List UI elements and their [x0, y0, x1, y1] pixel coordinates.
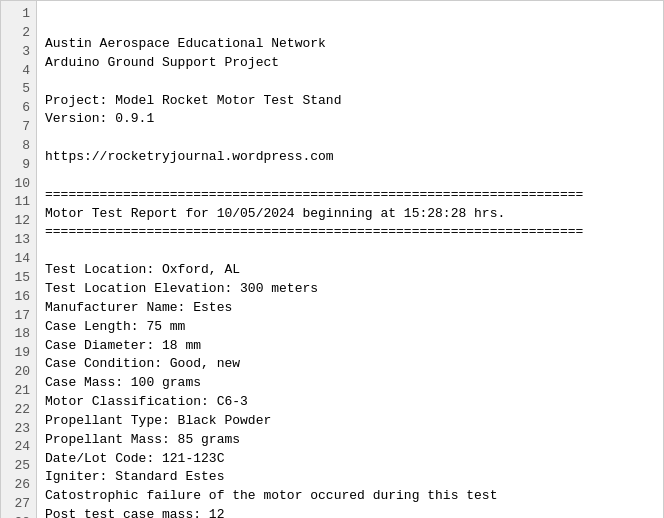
content-line-18: Case Condition: Good, new [45, 355, 663, 374]
content-line-19: Case Mass: 100 grams [45, 374, 663, 393]
content-line-21: Propellant Type: Black Powder [45, 412, 663, 431]
content-line-6 [45, 129, 663, 148]
line-number-3: 3 [1, 43, 36, 62]
content-line-26: Post test case mass: 12 [45, 506, 663, 518]
line-number-19: 19 [1, 344, 36, 363]
content-area[interactable]: Austin Aerospace Educational NetworkArdu… [37, 1, 663, 518]
content-line-12 [45, 242, 663, 261]
content-line-9: ========================================… [45, 186, 663, 205]
content-line-7: https://rocketryjournal.wordpress.com [45, 148, 663, 167]
line-number-11: 11 [1, 193, 36, 212]
line-number-25: 25 [1, 457, 36, 476]
line-number-17: 17 [1, 307, 36, 326]
line-number-16: 16 [1, 288, 36, 307]
line-number-15: 15 [1, 269, 36, 288]
line-number-27: 27 [1, 495, 36, 514]
content-line-1: Austin Aerospace Educational Network [45, 35, 663, 54]
line-number-1: 1 [1, 5, 36, 24]
line-number-28: 28 [1, 514, 36, 518]
content-line-2: Arduino Ground Support Project [45, 54, 663, 73]
line-number-20: 20 [1, 363, 36, 382]
line-number-6: 6 [1, 99, 36, 118]
content-line-8 [45, 167, 663, 186]
content-line-4: Project: Model Rocket Motor Test Stand [45, 92, 663, 111]
line-number-7: 7 [1, 118, 36, 137]
line-number-10: 10 [1, 175, 36, 194]
line-numbers: 1234567891011121314151617181920212223242… [1, 1, 37, 518]
line-number-24: 24 [1, 438, 36, 457]
content-line-22: Propellant Mass: 85 grams [45, 431, 663, 450]
content-line-20: Motor Classification: C6-3 [45, 393, 663, 412]
line-number-2: 2 [1, 24, 36, 43]
content-line-16: Case Length: 75 mm [45, 318, 663, 337]
line-number-14: 14 [1, 250, 36, 269]
content-line-17: Case Diameter: 18 mm [45, 337, 663, 356]
line-number-4: 4 [1, 62, 36, 81]
line-number-22: 22 [1, 401, 36, 420]
line-number-8: 8 [1, 137, 36, 156]
line-number-23: 23 [1, 420, 36, 439]
line-number-12: 12 [1, 212, 36, 231]
editor-container: 1234567891011121314151617181920212223242… [0, 0, 664, 518]
content-line-25: Catostrophic failure of the motor occure… [45, 487, 663, 506]
line-number-26: 26 [1, 476, 36, 495]
content-line-11: ========================================… [45, 223, 663, 242]
line-number-9: 9 [1, 156, 36, 175]
content-line-15: Manufacturer Name: Estes [45, 299, 663, 318]
content-line-10: Motor Test Report for 10/05/2024 beginni… [45, 205, 663, 224]
content-line-13: Test Location: Oxford, AL [45, 261, 663, 280]
content-line-23: Date/Lot Code: 121-123C [45, 450, 663, 469]
content-line-3 [45, 73, 663, 92]
line-number-13: 13 [1, 231, 36, 250]
content-line-5: Version: 0.9.1 [45, 110, 663, 129]
line-number-5: 5 [1, 80, 36, 99]
content-line-24: Igniter: Standard Estes [45, 468, 663, 487]
content-line-14: Test Location Elevation: 300 meters [45, 280, 663, 299]
line-number-18: 18 [1, 325, 36, 344]
line-number-21: 21 [1, 382, 36, 401]
